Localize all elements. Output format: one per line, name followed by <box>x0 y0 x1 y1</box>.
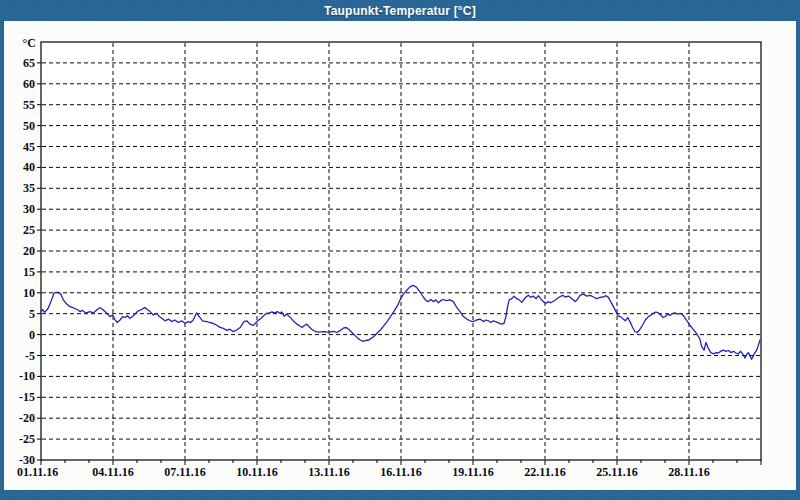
x-tick-label: 01.11.16 <box>17 465 58 479</box>
y-tick-label: -10 <box>19 369 35 383</box>
x-tick-label: 13.11.16 <box>308 465 349 479</box>
app-window: Taupunkt-Temperatur [°C] °C6560555045403… <box>0 0 800 500</box>
x-tick-label: 10.11.16 <box>236 465 277 479</box>
x-tick-label: 04.11.16 <box>92 465 133 479</box>
y-tick-label: 0 <box>29 328 35 342</box>
x-tick-label: 07.11.16 <box>164 465 205 479</box>
y-tick-label: 30 <box>23 202 35 216</box>
y-tick-label: 45 <box>23 140 35 154</box>
y-tick-label: 10 <box>23 286 35 300</box>
y-tick-label: 40 <box>23 160 35 174</box>
x-tick-label: 22.11.16 <box>524 465 565 479</box>
x-tick-label: 16.11.16 <box>380 465 421 479</box>
y-tick-label: 5 <box>29 307 35 321</box>
y-axis-unit-label: °C <box>23 36 36 50</box>
y-tick-label: -25 <box>19 432 35 446</box>
dew-point-chart: °C65605550454035302520151050-5-10-15-20-… <box>0 0 800 500</box>
y-tick-label: 35 <box>23 181 35 195</box>
y-tick-label: 65 <box>23 56 35 70</box>
y-tick-label: 50 <box>23 119 35 133</box>
y-tick-label: 15 <box>23 265 35 279</box>
x-tick-label: 19.11.16 <box>452 465 493 479</box>
y-tick-label: 60 <box>23 77 35 91</box>
y-tick-label: -20 <box>19 411 35 425</box>
x-tick-label: 28.11.16 <box>668 465 709 479</box>
y-tick-label: -5 <box>25 349 35 363</box>
y-tick-label: 20 <box>23 244 35 258</box>
y-tick-label: -15 <box>19 390 35 404</box>
y-axis-labels: °C65605550454035302520151050-5-10-15-20-… <box>19 36 36 467</box>
x-axis-labels: 01.11.1604.11.1607.11.1610.11.1613.11.16… <box>17 465 710 479</box>
y-tick-label: 55 <box>23 98 35 112</box>
y-tick-label: 25 <box>23 223 35 237</box>
x-tick-label: 25.11.16 <box>596 465 637 479</box>
